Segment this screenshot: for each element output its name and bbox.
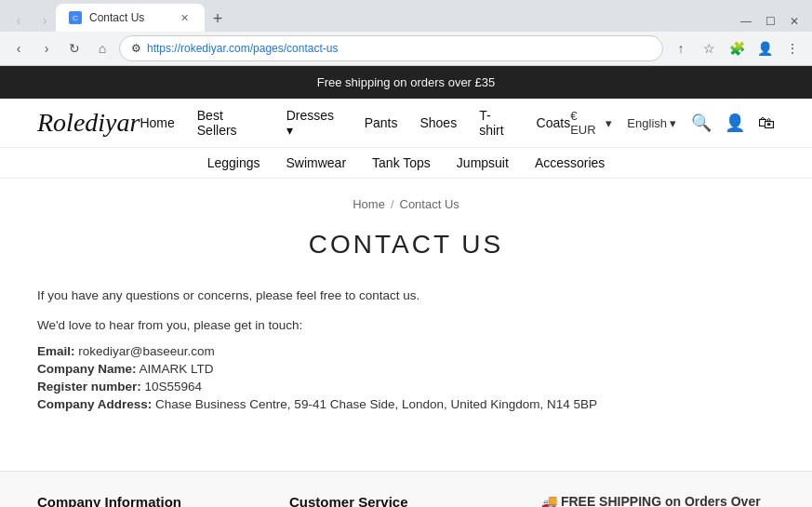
site-header: Rolediyar Home Best Sellers Dresses ▾ Pa… xyxy=(0,99,812,179)
contact-email: Email: rokediyar@baseeur.com xyxy=(37,344,775,358)
address-bar-row: ‹ › ↻ ⌂ ⚙ https://rokediyar.com/pages/co… xyxy=(0,32,812,65)
breadcrumb: Home / Contact Us xyxy=(37,197,775,211)
nav-top: Rolediyar Home Best Sellers Dresses ▾ Pa… xyxy=(0,99,812,147)
bookmark-icon[interactable]: ☆ xyxy=(697,36,721,60)
nav-jumpsuit[interactable]: Jumpsuit xyxy=(457,155,509,170)
announcement-text: Free shipping on orders over £35 xyxy=(317,75,496,89)
address-label: Company Address: xyxy=(37,397,152,411)
company-label: Company Name: xyxy=(37,362,137,376)
nav-leggings[interactable]: Leggings xyxy=(207,155,260,170)
footer-col-shipping: 🚚 FREE SHIPPING on Orders Over £35 📦 Sta… xyxy=(541,494,775,507)
browser-tab-bar: ‹ › C Contact Us ✕ + — ☐ ✕ xyxy=(0,0,812,32)
contact-register: Register number: 10S55964 xyxy=(37,380,775,394)
page-content: Home / Contact Us CONTACT US If you have… xyxy=(0,179,812,471)
refresh-button[interactable]: ↻ xyxy=(63,37,86,60)
menu-icon[interactable]: ⋮ xyxy=(780,36,805,60)
back-nav-button[interactable]: ‹ xyxy=(7,37,30,60)
company-value: AIMARK LTD xyxy=(140,362,214,376)
nav-accessories[interactable]: Accessories xyxy=(535,155,605,170)
account-button[interactable]: 👤 xyxy=(725,113,745,133)
nav-right: € EUR ▾ English ▾ 🔍 👤 🛍 xyxy=(570,109,775,137)
nav-shoes[interactable]: Shoes xyxy=(419,115,457,130)
announcement-bar: Free shipping on orders over £35 xyxy=(0,66,812,99)
email-value: rokediyar@baseeur.com xyxy=(78,344,215,358)
footer-col-service: Customer Service Service Terms xyxy=(289,494,523,507)
nav-pants[interactable]: Pants xyxy=(365,115,398,130)
currency-chevron: ▾ xyxy=(606,116,612,130)
breadcrumb-separator: / xyxy=(391,197,394,211)
extensions-icon[interactable]: 🧩 xyxy=(725,36,749,60)
search-button[interactable]: 🔍 xyxy=(691,113,712,133)
back-button[interactable]: ‹ xyxy=(7,9,30,32)
minimize-button[interactable]: — xyxy=(736,11,756,32)
footer-grid: Company Information About Us Customer Se… xyxy=(37,494,775,507)
secure-icon: ⚙ xyxy=(131,42,141,55)
window-controls: — ☐ ✕ xyxy=(736,11,805,32)
nav-home[interactable]: Home xyxy=(140,115,174,130)
tab-favicon: C xyxy=(69,11,82,24)
nav-icons: 🔍 👤 🛍 xyxy=(691,113,775,133)
nav-coats[interactable]: Coats xyxy=(537,115,571,130)
forward-nav-button[interactable]: › xyxy=(35,37,58,60)
browser-chrome: ‹ › C Contact Us ✕ + — ☐ ✕ ‹ › ↻ ⌂ ⚙ htt… xyxy=(0,0,812,66)
browser-action-icons: ↑ ☆ 🧩 👤 ⋮ xyxy=(669,36,805,60)
nav-tshirt[interactable]: T-shirt xyxy=(479,108,513,138)
contact-company: Company Name: AIMARK LTD xyxy=(37,362,775,376)
share-icon[interactable]: ↑ xyxy=(669,36,693,60)
cart-button[interactable]: 🛍 xyxy=(758,113,775,133)
nav-bottom: Leggings Swimwear Tank Tops Jumpsuit Acc… xyxy=(0,147,812,178)
browser-nav-buttons: ‹ › xyxy=(7,9,56,32)
profile-icon[interactable]: 👤 xyxy=(752,36,777,60)
footer-col-company: Company Information About Us xyxy=(37,494,271,507)
home-button[interactable]: ⌂ xyxy=(91,37,113,60)
dresses-dropdown-icon: ▾ xyxy=(286,123,293,138)
register-value: 10S55964 xyxy=(145,380,203,394)
footer-company-title: Company Information xyxy=(37,494,271,507)
site-footer: Company Information About Us Customer Se… xyxy=(0,471,812,507)
language-selector[interactable]: English ▾ xyxy=(627,116,676,130)
site-logo[interactable]: Rolediyar xyxy=(37,108,140,138)
new-tab-button[interactable]: + xyxy=(205,6,231,32)
nav-dresses[interactable]: Dresses ▾ xyxy=(286,108,342,138)
register-label: Register number: xyxy=(37,380,141,394)
browser-tab[interactable]: C Contact Us ✕ xyxy=(56,4,205,32)
currency-selector[interactable]: € EUR ▾ xyxy=(570,109,612,137)
footer-shipping-title: 🚚 FREE SHIPPING on Orders Over £35 xyxy=(541,494,775,507)
website: Free shipping on orders over £35 Rolediy… xyxy=(0,66,812,507)
close-button[interactable]: ✕ xyxy=(784,11,805,32)
contact-address: Company Address: Chase Business Centre, … xyxy=(37,397,775,411)
language-label: English xyxy=(627,116,667,130)
address-value: Chase Business Centre, 59-41 Chase Side,… xyxy=(155,397,597,411)
main-nav: Home Best Sellers Dresses ▾ Pants Shoes … xyxy=(140,108,570,138)
page-title: CONTACT US xyxy=(37,230,775,260)
email-label: Email: xyxy=(37,344,75,358)
contact-intro2: We'd love to hear from you, please get i… xyxy=(37,315,775,336)
url-display: https://rokediyar.com/pages/contact-us xyxy=(147,42,651,55)
address-bar[interactable]: ⚙ https://rokediyar.com/pages/contact-us xyxy=(119,35,663,61)
tab-close-button[interactable]: ✕ xyxy=(177,10,192,25)
nav-tank-tops[interactable]: Tank Tops xyxy=(372,155,431,170)
tab-title: Contact Us xyxy=(89,11,169,24)
breadcrumb-home[interactable]: Home xyxy=(353,197,385,211)
maximize-button[interactable]: ☐ xyxy=(760,11,780,32)
currency-label: € EUR xyxy=(570,109,603,137)
nav-swimwear[interactable]: Swimwear xyxy=(286,155,346,170)
contact-intro1: If you have any questions or concerns, p… xyxy=(37,286,775,306)
nav-best-sellers[interactable]: Best Sellers xyxy=(197,108,264,138)
footer-service-title: Customer Service xyxy=(289,494,523,507)
breadcrumb-current: Contact Us xyxy=(400,197,459,211)
language-chevron: ▾ xyxy=(670,116,676,130)
forward-button[interactable]: › xyxy=(33,9,56,32)
